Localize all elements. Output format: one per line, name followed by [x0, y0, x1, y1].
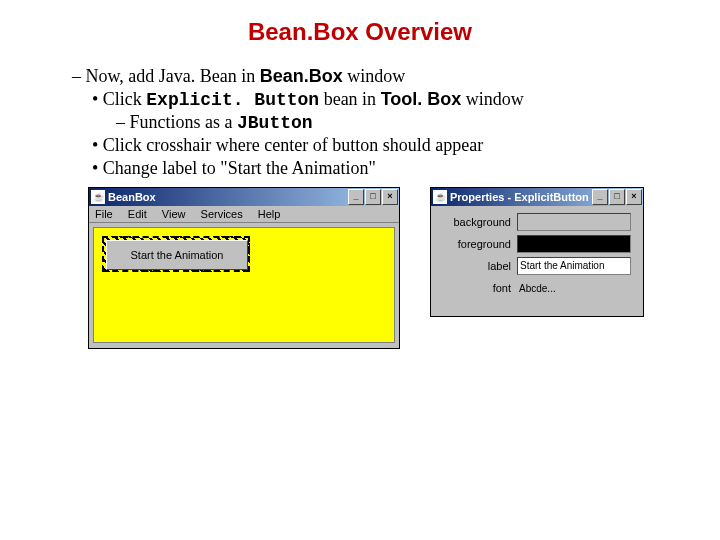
- window-title: BeanBox: [108, 191, 348, 203]
- bullet-level3: Functions as a JButton: [116, 112, 690, 133]
- maximize-button[interactable]: □: [365, 189, 381, 205]
- menu-view[interactable]: View: [162, 208, 186, 220]
- slide-title: Bean.Box Overview: [0, 18, 720, 46]
- bullet-level2: Change label to "Start the Animation": [92, 158, 690, 179]
- slide-body: Now, add Java. Bean in Bean.Box window C…: [30, 66, 690, 179]
- java-icon: ☕: [433, 190, 447, 204]
- java-icon: ☕: [91, 190, 105, 204]
- titlebar: ☕ Properties - ExplicitButton _ □ ×: [431, 188, 643, 206]
- bullet-level1: Now, add Java. Bean in Bean.Box window: [72, 66, 690, 87]
- bullet-level2: Click Explicit. Button bean in Tool. Box…: [92, 89, 690, 110]
- titlebar: ☕ BeanBox _ □ ×: [89, 188, 399, 206]
- minimize-button[interactable]: _: [348, 189, 364, 205]
- properties-window: ☕ Properties - ExplicitButton _ □ × back…: [430, 187, 644, 317]
- bullet-level2: Click crosshair where center of button s…: [92, 135, 690, 156]
- font-value[interactable]: Abcde...: [517, 283, 556, 294]
- beanbox-window: ☕ BeanBox _ □ × File Edit View Services …: [88, 187, 400, 349]
- prop-label-foreground: foreground: [435, 238, 517, 250]
- property-sheet: background foreground label Start the An…: [431, 206, 643, 306]
- prop-label-background: background: [435, 216, 517, 228]
- bean-canvas[interactable]: Start the Animation: [93, 227, 395, 343]
- prop-label-label: label: [435, 260, 517, 272]
- minimize-button[interactable]: _: [592, 189, 608, 205]
- foreground-swatch[interactable]: [517, 235, 631, 253]
- explicit-button-bean[interactable]: Start the Animation: [106, 240, 248, 270]
- close-button[interactable]: ×: [626, 189, 642, 205]
- close-button[interactable]: ×: [382, 189, 398, 205]
- menubar: File Edit View Services Help: [89, 206, 399, 223]
- menu-services[interactable]: Services: [201, 208, 243, 220]
- maximize-button[interactable]: □: [609, 189, 625, 205]
- prop-label-font: font: [435, 282, 517, 294]
- window-title: Properties - ExplicitButton: [450, 191, 592, 203]
- background-swatch[interactable]: [517, 213, 631, 231]
- menu-file[interactable]: File: [95, 208, 113, 220]
- selection-handles[interactable]: Start the Animation: [102, 236, 250, 272]
- screenshot-area: ☕ BeanBox _ □ × File Edit View Services …: [0, 187, 720, 367]
- label-input[interactable]: Start the Animation: [517, 257, 631, 275]
- menu-edit[interactable]: Edit: [128, 208, 147, 220]
- menu-help[interactable]: Help: [258, 208, 281, 220]
